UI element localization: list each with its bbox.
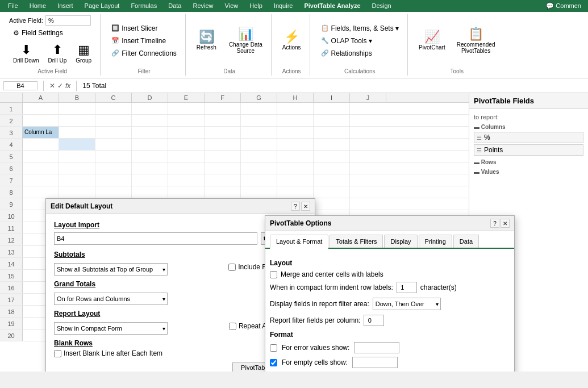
cell-e4[interactable] [168,139,205,150]
cell-c7[interactable] [95,174,132,186]
cell-g1[interactable] [241,103,277,114]
error-values-input[interactable] [354,342,399,353]
error-values-checkbox[interactable] [270,344,277,352]
cell-c6[interactable] [95,162,132,174]
cell-i4[interactable] [314,139,350,150]
cell-e5[interactable] [168,151,205,162]
recommended-pivottables-btn[interactable]: 📋 RecommendedPivotTables [453,26,499,56]
group-btn[interactable]: ▦ Group [72,41,95,66]
cell-h7[interactable] [277,174,314,186]
cell-f1[interactable] [205,103,241,114]
pivottable-options-close-btn[interactable]: ✕ [501,219,510,228]
cell-f4[interactable] [205,139,241,150]
cell-c1[interactable] [95,103,132,114]
tab-help[interactable]: Help [244,0,268,12]
cell-c5[interactable] [95,151,132,162]
cell-i8[interactable] [314,186,350,198]
comment-btn[interactable]: 💬 Commen [541,0,586,12]
cell-a8[interactable] [23,186,59,198]
cell-h8[interactable] [277,186,314,198]
cell-b2[interactable] [59,115,95,126]
cell-b6[interactable] [59,162,95,174]
cell-i9[interactable] [314,198,350,210]
cell-h1[interactable] [277,103,314,114]
tab-page-layout[interactable]: Page Layout [79,0,126,12]
columns-item-percent[interactable]: ☰ % [474,132,583,143]
cell-h2[interactable] [277,115,314,126]
cell-f6[interactable] [205,162,241,174]
cell-h6[interactable] [277,162,314,174]
edit-default-layout-close-btn[interactable]: ✕ [301,202,310,211]
insert-timeline-btn[interactable]: 📅 Insert Timeline [107,35,181,47]
cell-e3[interactable] [168,127,205,138]
tab-printing[interactable]: Printing [419,235,452,248]
cell-b5[interactable] [59,151,95,162]
cell-g5[interactable] [241,151,277,162]
cell-c3[interactable] [95,127,132,138]
cell-e1[interactable] [168,103,205,114]
cell-d5[interactable] [132,151,168,162]
pivottable-options-help-btn[interactable]: ? [490,219,499,228]
cell-d1[interactable] [132,103,168,114]
field-settings-btn[interactable]: ⚙Field Settings [9,27,95,39]
cell-a5[interactable] [23,151,59,162]
cell-a2[interactable] [23,115,59,126]
tab-review[interactable]: Review [187,0,219,12]
cell-i3[interactable] [314,127,350,138]
layout-import-input[interactable] [54,232,257,245]
active-field-input[interactable] [45,15,91,26]
cell-c2[interactable] [95,115,132,126]
cell-g7[interactable] [241,174,277,186]
cell-g8[interactable] [241,186,277,198]
cell-f2[interactable] [205,115,241,126]
pivot-chart-btn[interactable]: 📈 PivotChart [415,28,449,53]
tab-home[interactable]: Home [24,0,52,12]
cell-d7[interactable] [132,174,168,186]
cell-a7[interactable] [23,174,59,186]
cell-d6[interactable] [132,162,168,174]
name-box[interactable] [3,81,37,90]
display-fields-select[interactable]: Down, Then Over Over, Then Down [373,298,441,310]
cell-g6[interactable] [241,162,277,174]
insert-blank-line-checkbox[interactable] [54,350,61,357]
tab-formulas[interactable]: Formulas [125,0,162,12]
edit-default-layout-help-btn[interactable]: ? [291,202,300,211]
refresh-btn[interactable]: 🔄 Refresh [193,28,220,53]
cell-a4[interactable] [23,139,59,150]
cell-a3[interactable]: Column La [23,127,59,138]
filter-connections-btn[interactable]: 🔗 Filter Connections [107,48,181,59]
empty-cells-checkbox[interactable] [270,359,277,366]
insert-slicer-btn[interactable]: 🔲 Insert Slicer [107,23,181,34]
relationships-btn[interactable]: 🔗 Relationships [317,48,403,59]
cell-b8[interactable] [59,186,95,198]
cell-h5[interactable] [277,151,314,162]
report-filter-input[interactable]: 0 [364,315,384,326]
drill-up-btn[interactable]: ⬆ Drill Up [44,41,71,66]
cell-b7[interactable] [59,174,95,186]
actions-btn[interactable]: ⚡ Actions [278,28,305,53]
tab-pivottable-analyze[interactable]: PivotTable Analyze [298,0,366,12]
cell-d8[interactable] [132,186,168,198]
cell-i5[interactable] [314,151,350,162]
cell-h4[interactable] [277,139,314,150]
subtotals-select[interactable]: Show all Subtotals at Top of Group Show … [54,263,168,276]
cell-b1[interactable] [59,103,95,114]
report-layout-select[interactable]: Show in Compact Form Show in Outline For… [54,322,168,335]
cell-f3[interactable] [205,127,241,138]
tab-file[interactable]: File [2,0,24,12]
cell-a1[interactable] [23,103,59,114]
cell-d4[interactable] [132,139,168,150]
cell-c8[interactable] [95,186,132,198]
columns-item-points[interactable]: ☰ Points [474,144,583,156]
tab-design[interactable]: Design [366,0,397,12]
grand-totals-select[interactable]: On for Rows and Columns Off for Rows and… [54,293,168,305]
cell-f7[interactable] [205,174,241,186]
cell-f5[interactable] [205,151,241,162]
cell-i2[interactable] [314,115,350,126]
tab-data[interactable]: Data [162,0,187,12]
cell-f8[interactable] [205,186,241,198]
cell-h3[interactable] [277,127,314,138]
change-data-source-btn[interactable]: 📊 Change DataSource [225,26,266,56]
olap-tools-btn[interactable]: 🔧 OLAP Tools ▾ [317,35,403,47]
tab-insert[interactable]: Insert [52,0,79,12]
